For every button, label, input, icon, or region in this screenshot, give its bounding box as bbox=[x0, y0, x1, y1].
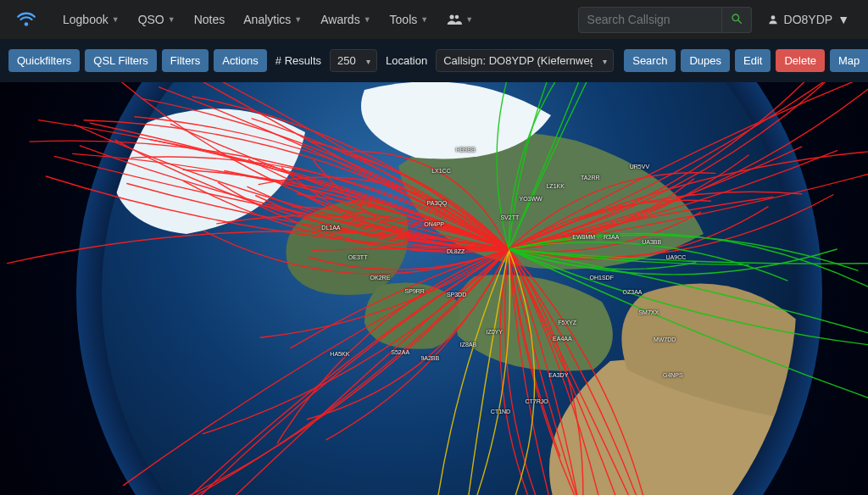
nav-logbook[interactable]: Logbook▼ bbox=[54, 6, 128, 33]
nav-label: Awards bbox=[320, 13, 359, 26]
callsign-search-input[interactable] bbox=[578, 7, 722, 33]
location-select-wrap: Callsign: DO8YDP (Kiefernweg 1) bbox=[436, 49, 614, 72]
results-select-wrap: 250 bbox=[330, 49, 377, 72]
svg-point-2 bbox=[455, 15, 459, 19]
group-icon bbox=[447, 14, 462, 25]
chevron-down-icon: ▼ bbox=[364, 15, 371, 24]
actions-button[interactable]: Actions bbox=[214, 49, 267, 72]
chevron-down-icon: ▼ bbox=[294, 15, 302, 24]
svg-line-4 bbox=[737, 19, 741, 23]
nav-items: Logbook▼ QSO▼ Notes Analytics▼ Awards▼ T… bbox=[54, 6, 481, 33]
results-label: # Results bbox=[272, 54, 325, 67]
app-logo[interactable] bbox=[12, 5, 41, 34]
delete-button[interactable]: Delete bbox=[776, 49, 825, 72]
qsl-filters-button[interactable]: QSL Filters bbox=[85, 49, 157, 72]
filters-button[interactable]: Filters bbox=[162, 49, 209, 72]
nav-label: QSO bbox=[138, 13, 164, 26]
nav-label: Notes bbox=[194, 13, 225, 26]
chevron-down-icon: ▼ bbox=[465, 15, 473, 24]
chevron-down-icon: ▼ bbox=[837, 13, 849, 26]
search-icon bbox=[731, 13, 743, 25]
svg-point-1 bbox=[450, 14, 454, 19]
map-button[interactable]: Map bbox=[830, 49, 868, 72]
nav-label: Logbook bbox=[63, 13, 108, 26]
location-select[interactable]: Callsign: DO8YDP (Kiefernweg 1) bbox=[436, 49, 614, 72]
quickfilters-button[interactable]: Quickfilters bbox=[8, 49, 80, 72]
top-navbar: Logbook▼ QSO▼ Notes Analytics▼ Awards▼ T… bbox=[0, 0, 868, 39]
chevron-down-icon: ▼ bbox=[112, 15, 120, 24]
dupes-button[interactable]: Dupes bbox=[681, 49, 730, 72]
chevron-down-icon: ▼ bbox=[168, 15, 175, 24]
edit-button[interactable]: Edit bbox=[735, 49, 771, 72]
filter-toolbar: Quickfilters QSL Filters Filters Actions… bbox=[0, 39, 868, 82]
nav-label: Analytics bbox=[243, 13, 291, 26]
nav-notes[interactable]: Notes bbox=[186, 6, 234, 33]
user-label: DO8YDP bbox=[784, 13, 833, 26]
search-button[interactable]: Search bbox=[624, 49, 676, 72]
nav-awards[interactable]: Awards▼ bbox=[312, 6, 379, 33]
svg-point-5 bbox=[771, 15, 775, 19]
nav-analytics[interactable]: Analytics▼ bbox=[235, 6, 310, 33]
nav-label: Tools bbox=[390, 13, 418, 26]
nav-qso[interactable]: QSO▼ bbox=[130, 6, 184, 33]
svg-point-0 bbox=[25, 22, 29, 26]
globe-map-area[interactable]: OH1SDFOZ3AASM7XXMW7DDG4NPSF5XYZEA4AAEA3D… bbox=[0, 39, 868, 495]
results-select[interactable]: 250 bbox=[330, 49, 377, 72]
user-menu[interactable]: DO8YDP ▼ bbox=[760, 8, 856, 31]
user-icon bbox=[767, 14, 779, 25]
location-label: Location bbox=[382, 54, 431, 67]
chevron-down-icon: ▼ bbox=[420, 15, 428, 24]
globe-svg bbox=[0, 39, 868, 495]
callsign-search-button[interactable] bbox=[722, 7, 752, 33]
callsign-search-group bbox=[578, 7, 752, 33]
nav-tools[interactable]: Tools▼ bbox=[381, 6, 437, 33]
nav-admin[interactable]: ▼ bbox=[438, 6, 481, 33]
nav-right: DO8YDP ▼ bbox=[578, 7, 856, 33]
wifi-icon bbox=[15, 8, 37, 31]
